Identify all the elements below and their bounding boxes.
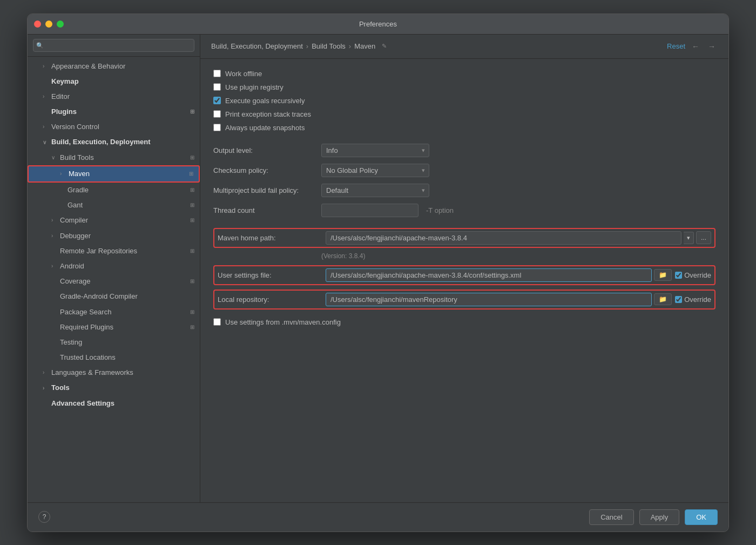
checksum-policy-row: Checksum policy: No Global Policy Strict… [213,164,716,177]
sidebar-item-label: Compiler [60,216,88,225]
sidebar-item-label: Android [60,261,84,271]
print-exception-row: Print exception stack traces [213,110,716,118]
maximize-button[interactable] [57,21,64,28]
print-exception-checkbox[interactable] [213,110,221,118]
local-repo-input[interactable] [326,293,652,306]
thread-count-control: -T option [321,204,716,217]
override-settings-label: Override [684,271,711,279]
thread-count-input[interactable] [321,204,418,217]
sidebar-item-keymap[interactable]: Keymap [28,74,200,89]
preferences-window: Preferences 🔍 › Appearance & Behavior [27,14,729,532]
sidebar-item-trusted-locations[interactable]: Trusted Locations [28,350,200,365]
always-update-checkbox[interactable] [213,124,221,131]
use-settings-checkbox[interactable] [213,318,221,326]
sidebar-item-required-plugins[interactable]: Required Plugins ⊞ [28,320,200,335]
t-option-label: -T option [426,206,454,214]
sidebar-item-coverage[interactable]: Coverage ⊞ [28,274,200,289]
work-offline-label: Work offline [225,70,262,78]
maven-home-row: Maven home path: ▾ ... [218,231,711,245]
sidebar-item-build-exec[interactable]: ∨ Build, Execution, Deployment [28,134,200,150]
module-icon: ⊞ [189,170,193,178]
checksum-policy-label: Checksum policy: [213,166,321,174]
sidebar-item-build-tools[interactable]: ∨ Build Tools ⊞ [28,150,200,165]
sidebar-item-appearance[interactable]: › Appearance & Behavior [28,59,200,74]
nav-back-arrow[interactable]: ← [690,41,701,52]
output-level-row: Output level: Info Debug Warn Error [213,144,716,157]
local-repo-browse-btn[interactable]: 📁 [654,293,672,305]
maven-home-dropdown-btn[interactable]: ▾ [684,232,694,244]
apply-button[interactable]: Apply [639,509,680,525]
main-content: 🔍 › Appearance & Behavior Keymap › [28,35,728,502]
sidebar-item-maven[interactable]: › Maven ⊞ [28,165,200,183]
multiproject-policy-control: Default Never At End Immediately [321,184,716,197]
ok-button[interactable]: OK [685,509,718,525]
override-repo-checkbox[interactable] [675,296,682,303]
sidebar-item-debugger[interactable]: › Debugger [28,228,200,244]
sidebar-item-gradle-android[interactable]: Gradle-Android Compiler [28,289,200,304]
multiproject-policy-select[interactable]: Default Never At End Immediately [321,184,429,197]
execute-goals-checkbox[interactable] [213,97,221,104]
expand-arrow: › [60,170,66,178]
sidebar-item-remote-jar[interactable]: Remote Jar Repositories ⊞ [28,244,200,259]
cancel-button[interactable]: Cancel [589,509,633,525]
maven-home-input[interactable] [326,231,681,245]
checksum-policy-select-wrapper: No Global Policy Strict Lenient Ignore [321,164,429,177]
expand-arrow: › [43,369,49,376]
maven-home-browse-btn[interactable]: ... [696,231,711,244]
expand-arrow: › [43,63,49,70]
user-settings-label: User settings file: [218,271,326,279]
sidebar-items: › Appearance & Behavior Keymap › Editor … [28,57,200,502]
local-repo-row: Local repository: 📁 Override [218,293,711,306]
user-settings-row: User settings file: 📁 Override [218,268,711,282]
user-settings-control: 📁 Override [326,268,711,282]
sidebar-item-label: Build Tools [60,153,94,163]
user-settings-input[interactable] [326,268,652,282]
close-button[interactable] [34,21,41,28]
sidebar-item-testing[interactable]: Testing [28,335,200,350]
checksum-policy-control: No Global Policy Strict Lenient Ignore [321,164,716,177]
nav-forward-arrow[interactable]: → [706,41,718,52]
sidebar-item-android[interactable]: › Android [28,259,200,274]
multiproject-policy-select-wrapper: Default Never At End Immediately [321,184,429,197]
sidebar-item-label: Build, Execution, Deployment [51,137,150,147]
sidebar-item-label: Coverage [60,277,90,286]
minimize-button[interactable] [45,21,52,28]
sidebar-item-package-search[interactable]: Package Search ⊞ [28,305,200,320]
module-icon: ⊞ [190,201,194,209]
expand-arrow: › [51,263,58,270]
multiproject-policy-row: Multiproject build fail policy: Default … [213,184,716,197]
sidebar-item-gant[interactable]: Gant ⊞ [28,198,200,213]
execute-goals-row: Execute goals recursively [213,97,716,105]
sidebar-item-editor[interactable]: › Editor [28,89,200,104]
header-actions: Reset ← → [667,41,718,52]
sidebar-item-label: Maven [69,169,90,179]
use-plugin-registry-checkbox[interactable] [213,83,221,91]
work-offline-checkbox[interactable] [213,70,221,77]
output-level-label: Output level: [213,146,321,154]
thread-count-row: Thread count -T option [213,204,716,217]
reset-link[interactable]: Reset [667,42,685,50]
search-icon: 🔍 [36,42,44,49]
always-update-row: Always update snapshots [213,124,716,132]
breadcrumb-part3: Maven [354,42,375,50]
search-input[interactable] [33,39,194,52]
expand-arrow: ∨ [51,154,58,162]
sidebar-item-plugins[interactable]: Plugins ⊞ [28,104,200,119]
sidebar-item-label: Editor [51,92,70,102]
edit-icon[interactable]: ✎ [382,43,387,50]
sidebar-item-version-control[interactable]: › Version Control [28,119,200,134]
override-settings-checkbox[interactable] [675,272,682,279]
help-button[interactable]: ? [38,511,50,523]
output-level-select[interactable]: Info Debug Warn Error [321,144,429,157]
module-icon: ⊞ [190,278,194,285]
sidebar-item-label: Package Search [60,307,111,317]
user-settings-browse-btn[interactable]: 📁 [654,269,672,281]
local-repo-control: 📁 Override [326,293,711,306]
sidebar-item-tools[interactable]: › Tools [28,380,200,395]
expand-arrow: › [43,123,49,131]
checksum-policy-select[interactable]: No Global Policy Strict Lenient Ignore [321,164,429,177]
sidebar-item-languages[interactable]: › Languages & Frameworks [28,365,200,380]
sidebar-item-advanced-settings[interactable]: Advanced Settings [28,396,200,411]
sidebar-item-compiler[interactable]: › Compiler ⊞ [28,213,200,228]
sidebar-item-gradle[interactable]: Gradle ⊞ [28,183,200,198]
